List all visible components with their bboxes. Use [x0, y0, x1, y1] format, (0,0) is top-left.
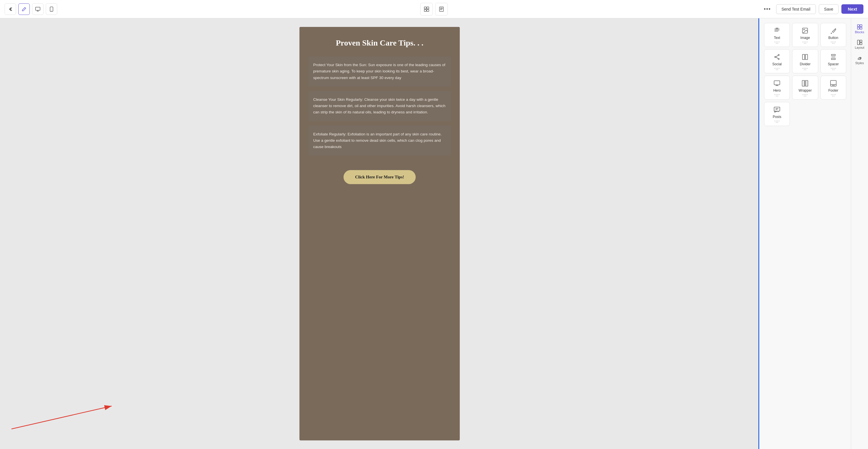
- svg-rect-17: [831, 58, 835, 60]
- drag-handle-button: [831, 41, 836, 44]
- nav-tab-layout[interactable]: Layout: [852, 37, 867, 52]
- drag-handle-spacer: [831, 68, 836, 70]
- svg-rect-29: [860, 40, 862, 42]
- block-button[interactable]: Button: [820, 23, 846, 47]
- svg-rect-6: [427, 9, 429, 11]
- tip-text-2: Cleanse Your Skin Regularly: Cleanse you…: [313, 97, 445, 115]
- blue-separator-line: [758, 18, 759, 449]
- svg-rect-0: [35, 7, 40, 10]
- block-button-label: Button: [828, 36, 838, 40]
- blocks-grid: Text Image: [764, 23, 846, 126]
- svg-rect-18: [774, 81, 780, 85]
- tip-text-1: Protect Your Skin from the Sun: Sun expo…: [313, 63, 445, 80]
- toolbar-right: ••• Send Test Email Save Next: [762, 3, 863, 15]
- drag-handle-text: [774, 41, 779, 44]
- edit-button[interactable]: [18, 3, 30, 15]
- email-header: Proven Skin Care Tips. . .: [300, 27, 460, 56]
- toolbar-left: [5, 3, 57, 15]
- svg-point-2: [51, 10, 52, 11]
- svg-rect-30: [860, 43, 862, 45]
- svg-rect-15: [805, 54, 808, 60]
- blocks-panel: Text Image: [760, 18, 851, 449]
- svg-rect-25: [860, 25, 862, 27]
- block-wrapper-label: Wrapper: [799, 88, 812, 92]
- save-button[interactable]: Save: [819, 4, 839, 14]
- svg-rect-5: [424, 9, 426, 11]
- svg-rect-24: [858, 25, 860, 27]
- email-preview: Proven Skin Care Tips. . . Protect Your …: [300, 27, 460, 441]
- block-hero-label: Hero: [773, 88, 781, 92]
- mobile-button[interactable]: [46, 3, 57, 15]
- svg-rect-28: [858, 40, 860, 45]
- svg-rect-26: [858, 27, 860, 29]
- sidebar-inner: Text Image: [760, 18, 868, 449]
- nav-tab-blocks[interactable]: Blocks: [852, 22, 867, 36]
- email-title: Proven Skin Care Tips. . .: [308, 38, 451, 48]
- arrow-overlay: [6, 397, 132, 432]
- notes-button[interactable]: [435, 3, 448, 16]
- nav-tab-styles-label: Styles: [856, 61, 864, 65]
- block-image-label: Image: [800, 36, 810, 40]
- send-test-email-button[interactable]: Send Test Email: [776, 4, 816, 14]
- grid-view-button[interactable]: [420, 3, 433, 16]
- block-text[interactable]: Text: [764, 23, 790, 47]
- tip-text-3: Exfoliate Regularly: Exfoliation is an i…: [313, 132, 442, 149]
- svg-point-13: [778, 58, 779, 60]
- email-cta: Click Here For More Tips!: [300, 164, 460, 196]
- block-divider[interactable]: Divider: [792, 49, 818, 73]
- svg-rect-27: [860, 27, 862, 29]
- svg-rect-7: [439, 7, 443, 11]
- svg-point-11: [778, 54, 779, 56]
- toolbar-center: [420, 3, 448, 16]
- main-layout: Proven Skin Care Tips. . . Protect Your …: [0, 18, 868, 449]
- sidebar-nav: Blocks Layout Styles: [851, 18, 868, 449]
- block-social[interactable]: Social: [764, 49, 790, 73]
- block-divider-label: Divider: [800, 62, 810, 66]
- block-social-label: Social: [772, 62, 782, 66]
- block-spacer[interactable]: Spacer: [820, 49, 846, 73]
- nav-tab-blocks-label: Blocks: [855, 30, 864, 34]
- svg-rect-16: [831, 54, 835, 56]
- right-sidebar: Text Image: [759, 18, 868, 449]
- svg-rect-14: [802, 54, 805, 60]
- svg-point-23: [774, 111, 776, 112]
- tip-card-1: Protect Your Skin from the Sun: Sun expo…: [308, 56, 451, 87]
- block-posts-label: Posts: [773, 115, 781, 119]
- svg-rect-19: [802, 81, 805, 86]
- svg-rect-22: [774, 107, 780, 111]
- nav-tab-layout-label: Layout: [855, 46, 864, 49]
- canvas-area: Proven Skin Care Tips. . . Protect Your …: [0, 18, 759, 449]
- block-hero[interactable]: Hero: [764, 76, 790, 100]
- block-footer[interactable]: Footer: [820, 76, 846, 100]
- email-content: Protect Your Skin from the Sun: Sun expo…: [300, 56, 460, 164]
- svg-rect-3: [424, 7, 426, 9]
- svg-point-10: [804, 29, 804, 30]
- svg-point-12: [775, 56, 776, 58]
- cta-button[interactable]: Click Here For More Tips!: [344, 170, 415, 184]
- more-button[interactable]: •••: [762, 3, 773, 15]
- block-footer-label: Footer: [828, 88, 838, 92]
- back-button[interactable]: [5, 3, 16, 15]
- block-spacer-label: Spacer: [828, 62, 839, 66]
- block-text-label: Text: [774, 36, 780, 40]
- toolbar: ••• Send Test Email Save Next: [0, 0, 868, 18]
- svg-rect-20: [805, 81, 808, 86]
- block-posts[interactable]: Posts: [764, 102, 790, 126]
- tip-card-2: Cleanse Your Skin Regularly: Cleanse you…: [308, 91, 451, 121]
- next-button[interactable]: Next: [841, 4, 863, 14]
- drag-handle-posts: [774, 121, 779, 123]
- desktop-button[interactable]: [32, 3, 43, 15]
- drag-handle-social: [774, 68, 779, 70]
- drag-handle-divider: [802, 68, 808, 70]
- drag-handle-footer: [831, 94, 836, 96]
- block-wrapper[interactable]: Wrapper: [792, 76, 818, 100]
- drag-handle-hero: [774, 94, 779, 96]
- svg-rect-4: [427, 7, 429, 9]
- nav-tab-styles[interactable]: Styles: [852, 53, 867, 67]
- drag-handle-wrapper: [802, 94, 808, 96]
- tip-card-3: Exfoliate Regularly: Exfoliation is an i…: [308, 125, 451, 156]
- block-image[interactable]: Image: [792, 23, 818, 47]
- drag-handle-image: [802, 41, 808, 44]
